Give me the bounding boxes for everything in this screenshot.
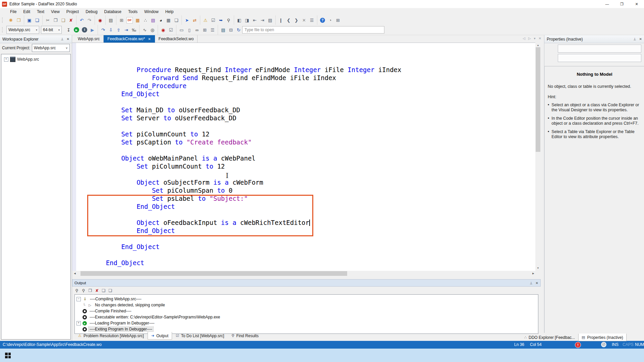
bookmark-toggle-icon[interactable]: ❙ <box>277 16 285 24</box>
redo-icon[interactable]: ↷ <box>86 16 93 24</box>
cut-icon[interactable]: ✂ <box>44 16 52 24</box>
tab-todo-list[interactable]: ☑ To Do List [WebApp.src] <box>172 332 228 340</box>
tab-list-icon[interactable]: ▾ <box>534 37 536 40</box>
output-line[interactable]: + ----Loading Program In Debugger---- <box>76 320 538 326</box>
menu-view[interactable]: View <box>48 8 63 15</box>
report-wizard-icon[interactable]: ▦ <box>165 16 172 24</box>
bookmark-prev-icon[interactable]: ❮ <box>285 16 292 24</box>
watches-panel-icon[interactable]: ☑ <box>167 26 175 34</box>
stop-debug-icon[interactable]: ◎ <box>149 26 156 34</box>
call-stack-icon[interactable]: ∿ <box>141 26 149 34</box>
menu-edit[interactable]: Edit <box>20 8 34 15</box>
class-selector[interactable] <box>558 54 641 62</box>
swap-files-icon[interactable]: ⇄ <box>191 16 199 24</box>
blocked-status-icon[interactable]: ⊘ <box>601 342 606 347</box>
tab-scroll-left-icon[interactable]: ◁ <box>523 37 525 40</box>
delete-icon[interactable]: ✘ <box>67 16 75 24</box>
start-button[interactable] <box>5 353 11 358</box>
tree-node-webapp-src[interactable]: + WebApp.src <box>4 57 70 62</box>
output-log[interactable]: − ----Compiling WebApp.src---- └ No chan… <box>74 294 538 334</box>
tab-scroll-right-icon[interactable]: ▷ <box>528 37 531 40</box>
output-line[interactable]: ----Compile Finished---- <box>76 308 538 314</box>
web-preview-icon[interactable]: ▭ <box>178 26 185 34</box>
view-ui-icon[interactable]: ∞ <box>193 26 201 34</box>
menu-project[interactable]: Project <box>63 8 82 15</box>
copy-all-icon[interactable]: ❏ <box>100 287 107 294</box>
restore-button[interactable]: ❐ <box>614 0 629 8</box>
df-source-icon[interactable]: DF <box>126 17 133 23</box>
toolbar-grip[interactable] <box>2 27 5 33</box>
find-previous-icon[interactable]: ⚲ <box>73 287 80 294</box>
print-icon[interactable]: ▤ <box>107 16 115 24</box>
undo-icon[interactable]: ↶ <box>78 16 86 24</box>
bookmark-next-icon[interactable]: ❯ <box>292 16 300 24</box>
output-line[interactable]: − ----Compiling WebApp.src---- <box>76 296 538 302</box>
breakpoints-panel-icon[interactable]: ◉ <box>159 26 167 34</box>
vertical-scroll-thumb[interactable] <box>536 47 540 152</box>
horizontal-scroll-thumb[interactable] <box>80 271 347 276</box>
ddo-explorer-icon[interactable]: ∴ <box>142 16 149 24</box>
step-into-icon[interactable]: ⇩ <box>107 26 115 34</box>
tab-output[interactable]: ➜ Output <box>148 332 172 340</box>
pin-panel-icon[interactable]: ⊥ <box>633 37 636 41</box>
help-icon[interactable]: ? <box>320 18 325 23</box>
close-panel-icon[interactable]: ✕ <box>639 37 642 41</box>
table-explorer-icon[interactable]: ⊞ <box>201 26 209 34</box>
table-wizard-icon[interactable]: ▦ <box>134 16 142 24</box>
find-in-files-icon[interactable]: ⚲ <box>225 16 232 24</box>
close-panel-icon[interactable]: ✕ <box>536 281 538 285</box>
sql-manager-icon[interactable]: ⊟ <box>227 26 235 34</box>
output-line[interactable]: ----Executable written: C:\dev\repo\Edit… <box>76 314 538 320</box>
copy-lines-icon[interactable]: ⊞ <box>118 16 125 24</box>
scroll-right-icon[interactable]: ▶ <box>531 271 536 276</box>
menu-debug[interactable]: Debug <box>82 8 101 15</box>
output-line[interactable]: ----Exiting Program In Debugger---- <box>76 326 538 332</box>
tab-properties[interactable]: ▤ Properties (Inactive) <box>578 334 627 341</box>
menu-file[interactable]: File <box>7 8 20 15</box>
copy-line-icon[interactable]: ❐ <box>87 287 94 294</box>
close-tab-icon[interactable]: ✕ <box>148 37 151 41</box>
expand-icon[interactable]: − <box>76 297 81 301</box>
close-panel-icon[interactable]: ✕ <box>67 37 69 41</box>
view-header-icon[interactable]: ◨ <box>243 16 251 24</box>
todo-list-icon[interactable]: ⚠ <box>202 16 209 24</box>
find-next-icon[interactable]: ⚲ <box>80 287 87 294</box>
mobile-preview-icon[interactable]: ▯ <box>185 26 193 34</box>
view-source-icon[interactable]: ◧ <box>235 16 243 24</box>
record-macro-icon[interactable]: ◉ <box>96 16 104 24</box>
tab-webapp-src[interactable]: WebApp.src ✕ <box>74 35 104 43</box>
menu-text[interactable]: Text <box>34 8 48 15</box>
toolbar-grip[interactable] <box>2 17 5 23</box>
menu-help[interactable]: Help <box>162 8 177 15</box>
expand-icon[interactable]: + <box>76 321 81 325</box>
open-file-input[interactable] <box>242 26 384 34</box>
database-builder-icon[interactable]: ▤ <box>219 26 227 34</box>
bookmark-list-icon[interactable]: ☰ <box>308 16 316 24</box>
pause-icon[interactable]: ‖ <box>82 27 87 33</box>
new-file-icon[interactable]: ❋ <box>7 16 15 24</box>
current-project-selector[interactable]: WebApp.src ∨ <box>32 44 70 52</box>
task-list-icon[interactable]: ☑ <box>209 16 217 24</box>
tab-feedbackcreate-wo[interactable]: FeedbackCreate.wo* ✕ <box>104 35 155 43</box>
step-out-icon[interactable]: ⇧ <box>115 26 122 34</box>
tab-problem-resolution[interactable]: ⚠ Problem Resolution [WebApp.src] <box>74 332 148 340</box>
pin-panel-icon[interactable]: ⊥ <box>61 37 64 41</box>
open-file-icon[interactable]: ❒ <box>15 16 22 24</box>
close-button[interactable]: ✕ <box>629 0 644 8</box>
code-explorer-icon[interactable]: ☰ <box>209 26 216 34</box>
data-dictionary-icon[interactable]: ▤ <box>149 16 157 24</box>
code-editor[interactable]: Procedure Request_Find Integer eFindMode… <box>72 43 535 271</box>
object-selector[interactable] <box>558 45 641 53</box>
horizontal-scrollbar[interactable]: ◀ ▶ <box>72 271 541 276</box>
goto-definition-icon[interactable]: ➤ <box>183 16 191 24</box>
browse-table-icon[interactable]: ◕ <box>157 16 165 24</box>
copy-selected-icon[interactable]: ❏ <box>107 287 114 294</box>
next-view-icon[interactable]: ⇥ <box>259 16 266 24</box>
output-line[interactable]: └ No changes detected, skipping compile <box>76 302 538 308</box>
scroll-left-icon[interactable]: ◀ <box>72 271 77 276</box>
compile-icon[interactable]: ↧ <box>65 26 72 34</box>
toggle-breakpoint-icon[interactable]: ‰ <box>130 26 138 34</box>
scroll-down-icon[interactable]: ▼ <box>535 265 541 271</box>
save-icon[interactable]: ▣ <box>25 16 33 24</box>
run-icon[interactable]: ▶ <box>74 27 79 33</box>
